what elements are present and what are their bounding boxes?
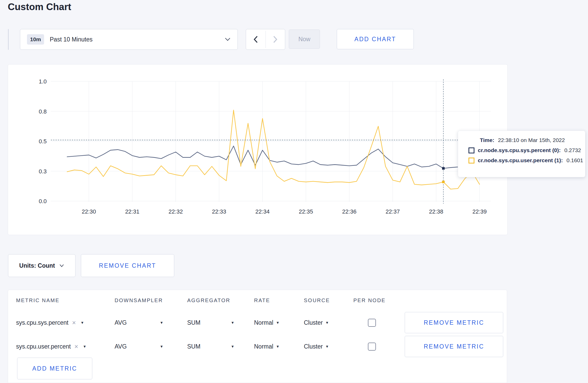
per-node-checkbox[interactable]	[368, 343, 376, 351]
units-dropdown[interactable]: Units: Count	[8, 254, 75, 277]
now-button[interactable]: Now	[289, 30, 320, 49]
source-select[interactable]: Cluster▼	[304, 319, 353, 326]
remove-metric-x-icon[interactable]: ×	[74, 343, 78, 350]
rate-select[interactable]: Normal▼	[254, 343, 304, 350]
dropdown-triangle-icon: ▼	[325, 344, 329, 349]
metric-name-select[interactable]: sys.cpu.user.percent × ▼	[16, 343, 115, 350]
dropdown-triangle-icon: ▼	[276, 344, 279, 349]
dropdown-triangle-icon: ▼	[276, 321, 279, 325]
dropdown-triangle-icon: ▼	[231, 344, 234, 349]
chart-card: 0.00.30.50.81.022:3022:3122:3222:3322:34…	[8, 64, 508, 235]
x-tick-label: 22:35	[299, 208, 313, 215]
series-user-swatch-icon	[468, 158, 474, 164]
col-header-metric-name: METRIC NAME	[16, 297, 115, 303]
y-tick-label: 0.5	[39, 138, 47, 145]
hover-point-marker	[442, 181, 445, 183]
remove-metric-x-icon[interactable]: ×	[72, 319, 76, 327]
units-label: Units: Count	[19, 262, 55, 269]
time-next-button[interactable]	[266, 29, 285, 49]
x-tick-label: 22:31	[125, 208, 139, 215]
time-range-label: Past 10 Minutes	[50, 36, 225, 43]
col-header-rate: RATE	[254, 297, 304, 303]
chevron-right-icon	[273, 36, 278, 43]
tooltip-time-value: 22:38:10 on Mar 15th, 2022	[498, 137, 565, 143]
source-select[interactable]: Cluster▼	[304, 343, 353, 350]
metric-name-text: sys.cpu.user.percent	[16, 343, 71, 350]
x-tick-label: 22:37	[386, 208, 400, 215]
dropdown-triangle-icon: ▼	[160, 321, 163, 325]
dropdown-triangle-icon: ▼	[83, 344, 87, 349]
remove-metric-button[interactable]: REMOVE METRIC	[405, 312, 503, 333]
y-tick-label: 0.0	[39, 198, 47, 204]
metric-name-text: sys.cpu.sys.percent	[16, 319, 68, 326]
y-tick-label: 0.3	[39, 168, 47, 175]
chevron-down-icon	[225, 37, 231, 41]
aggregator-select[interactable]: SUM▼	[187, 319, 254, 326]
tooltip-series-0-value: 0.2732	[564, 147, 581, 153]
add-metric-button[interactable]: ADD METRIC	[17, 358, 92, 379]
x-tick-label: 22:30	[82, 208, 96, 215]
col-header-downsampler: DOWNSAMPLER	[115, 297, 187, 303]
x-tick-label: 22:33	[212, 208, 226, 215]
tooltip-series-1-label: cr.node.sys.cpu.user.percent (1):	[478, 157, 563, 164]
x-tick-label: 22:34	[255, 208, 270, 215]
chevron-left-icon	[253, 36, 258, 43]
col-header-source: SOURCE	[304, 297, 353, 303]
col-header-aggregator: AGGREGATOR	[187, 297, 254, 303]
y-tick-label: 0.8	[39, 108, 47, 115]
metric-name-select[interactable]: sys.cpu.sys.percent × ▼	[16, 319, 115, 327]
tooltip-series-0-label: cr.node.sys.cpu.sys.percent (0):	[478, 147, 561, 153]
table-row: sys.cpu.user.percent × ▼ AVG▼ SUM▼ Norma…	[8, 335, 507, 358]
x-tick-label: 22:32	[169, 208, 183, 215]
chart-tooltip: Time: 22:38:10 on Mar 15th, 2022 cr.node…	[458, 131, 585, 177]
remove-metric-button[interactable]: REMOVE METRIC	[405, 336, 503, 357]
aggregator-select[interactable]: SUM▼	[187, 343, 254, 350]
x-tick-label: 22:39	[472, 208, 487, 215]
add-chart-button[interactable]: ADD CHART	[337, 29, 414, 49]
metrics-table: METRIC NAME DOWNSAMPLER AGGREGATOR RATE …	[8, 290, 507, 383]
dropdown-triangle-icon: ▼	[231, 321, 234, 325]
downsampler-select[interactable]: AVG▼	[115, 343, 187, 350]
tooltip-series-1-value: 0.1601	[566, 157, 583, 164]
time-range-dropdown[interactable]: 10m Past 10 Minutes	[20, 29, 238, 50]
series-sys-swatch-icon	[468, 147, 474, 153]
dropdown-triangle-icon: ▼	[160, 344, 163, 349]
time-prev-button[interactable]	[246, 29, 265, 49]
x-tick-label: 22:38	[429, 208, 443, 215]
time-range-badge: 10m	[27, 34, 44, 45]
per-node-checkbox[interactable]	[368, 319, 376, 327]
chevron-down-icon	[59, 264, 64, 267]
line-chart[interactable]: 0.00.30.50.81.022:3022:3122:3222:3322:34…	[8, 65, 507, 236]
remove-chart-button[interactable]: REMOVE CHART	[81, 254, 174, 277]
table-row: sys.cpu.sys.percent × ▼ AVG▼ SUM▼ Normal…	[8, 311, 507, 335]
toolbar-divider	[8, 29, 9, 50]
series-line	[67, 110, 480, 189]
page-title: Custom Chart	[8, 2, 71, 12]
metrics-table-header: METRIC NAME DOWNSAMPLER AGGREGATOR RATE …	[8, 290, 507, 311]
custom-chart-page: Custom Chart 10m Past 10 Minutes Now ADD…	[0, 0, 588, 383]
x-tick-label: 22:36	[342, 208, 356, 215]
tooltip-time-label: Time:	[480, 137, 494, 143]
y-tick-label: 1.0	[39, 78, 47, 85]
downsampler-select[interactable]: AVG▼	[115, 319, 187, 326]
col-header-per-node: PER NODE	[353, 297, 405, 303]
dropdown-triangle-icon: ▼	[81, 321, 84, 325]
time-pager	[246, 29, 285, 50]
dropdown-triangle-icon: ▼	[325, 321, 329, 325]
series-line	[67, 146, 480, 168]
hover-point-marker	[442, 167, 445, 170]
rate-select[interactable]: Normal▼	[254, 319, 304, 326]
